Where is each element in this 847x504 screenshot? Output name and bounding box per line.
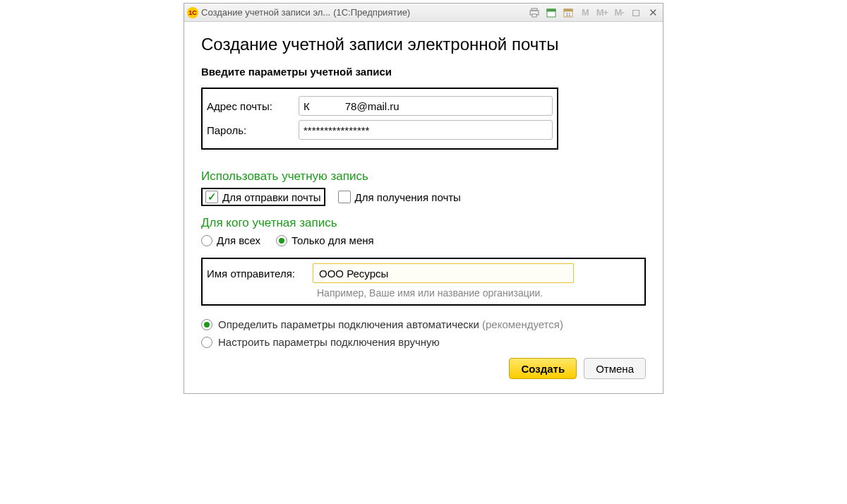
for-me-radio[interactable] — [276, 235, 287, 246]
svg-rect-6 — [564, 9, 572, 11]
manual-connection-radio[interactable] — [201, 337, 212, 348]
window-title: Создание учетной записи эл... — [201, 7, 330, 18]
for-all-label: Для всех — [217, 234, 260, 246]
manual-connection-label: Настроить параметры подключения вручную — [218, 336, 440, 348]
svg-rect-4 — [547, 9, 555, 11]
password-mask: **************** — [304, 124, 369, 136]
email-label: Адрес почты: — [207, 100, 299, 112]
auto-connection-radio[interactable] — [201, 319, 212, 330]
receive-checkbox[interactable] — [338, 191, 351, 203]
dialog-window: 1С Создание учетной записи эл... (1С:Пре… — [184, 3, 663, 394]
close-icon[interactable]: ✕ — [646, 6, 660, 19]
receive-checkbox-label: Для получения почты — [355, 191, 461, 203]
for-all-radio[interactable] — [201, 235, 212, 246]
send-checkbox[interactable] — [205, 191, 218, 203]
sender-input[interactable]: ООО Ресурсы — [313, 263, 574, 283]
svg-rect-2 — [532, 14, 536, 17]
sender-hint: Например, Ваше имя или название организа… — [317, 287, 639, 299]
create-button[interactable]: Создать — [509, 358, 577, 379]
dialog-content: Создание учетной записи электронной почт… — [184, 22, 663, 393]
send-checkbox-label: Для отправки почты — [222, 191, 321, 203]
for-whom-heading: Для кого учетная запись — [201, 216, 646, 230]
svg-text:31: 31 — [565, 12, 571, 17]
email-part1: К — [304, 100, 310, 112]
cancel-button[interactable]: Отмена — [584, 358, 646, 379]
sender-highlight: Имя отправителя: ООО Ресурсы Например, В… — [201, 258, 646, 306]
m-plus-button[interactable]: M+ — [595, 6, 609, 19]
auto-connection-label: Определить параметры подключения автомат… — [218, 318, 479, 330]
window-subtitle: (1С:Предприятие) — [333, 7, 410, 18]
use-account-heading: Использовать учетную запись — [201, 169, 646, 184]
svg-rect-1 — [531, 8, 537, 11]
page-subtitle: Введите параметры учетной записи — [201, 66, 646, 78]
credentials-highlight: Адрес почты: К 78@mail.ru Пароль: ******… — [201, 88, 558, 150]
send-checkbox-highlight: Для отправки почты — [201, 188, 325, 206]
maximize-icon[interactable]: □ — [629, 6, 643, 18]
app-icon: 1С — [187, 7, 198, 18]
email-part2: 78@mail.ru — [345, 100, 400, 112]
sender-label: Имя отправителя: — [207, 268, 313, 280]
print-icon[interactable] — [527, 6, 541, 19]
titlebar: 1С Создание учетной записи эл... (1С:Пре… — [184, 4, 663, 22]
m-button[interactable]: M — [578, 6, 592, 19]
calendar-green-icon[interactable] — [544, 6, 558, 19]
password-label: Пароль: — [207, 124, 299, 136]
email-input[interactable]: К 78@mail.ru — [299, 96, 553, 116]
auto-connection-suffix: (рекомендуется) — [482, 318, 563, 330]
password-input[interactable]: **************** — [299, 120, 553, 140]
calendar-31-icon[interactable]: 31 — [561, 6, 575, 19]
page-title: Создание учетной записи электронной почт… — [201, 35, 646, 54]
sender-value: ООО Ресурсы — [319, 268, 388, 280]
for-me-label: Только для меня — [292, 234, 374, 246]
m-minus-button[interactable]: M- — [612, 6, 626, 19]
